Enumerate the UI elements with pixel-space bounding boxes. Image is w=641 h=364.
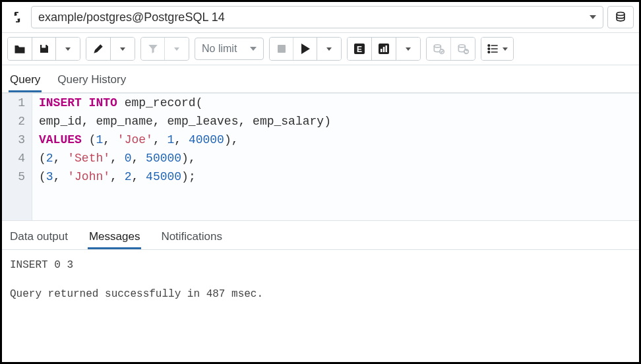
code-line[interactable]: 4(2, 'Seth', 0, 50000), bbox=[2, 149, 639, 167]
chevron-down-icon bbox=[250, 47, 257, 51]
edit-button[interactable] bbox=[86, 38, 111, 60]
macros-button[interactable] bbox=[481, 38, 513, 60]
rollback-button[interactable] bbox=[451, 38, 475, 60]
filter-button[interactable] bbox=[141, 38, 165, 60]
open-file-button[interactable] bbox=[8, 38, 32, 60]
code-line[interactable]: 5(3, 'John', 2, 45000); bbox=[2, 167, 639, 186]
svg-point-15 bbox=[488, 48, 490, 50]
tab-messages[interactable]: Messages bbox=[88, 228, 141, 249]
svg-point-0 bbox=[617, 13, 625, 16]
explain-dropdown[interactable] bbox=[396, 38, 420, 60]
message-status: Query returned successfully in 487 msec. bbox=[10, 288, 631, 300]
messages-panel: INSERT 0 3 Query returned successfully i… bbox=[2, 250, 639, 309]
chevron-down-icon bbox=[590, 15, 596, 19]
filter-dropdown[interactable] bbox=[165, 38, 189, 60]
svg-rect-8 bbox=[386, 46, 388, 52]
new-connection-button[interactable] bbox=[607, 6, 634, 28]
code-content[interactable]: (2, 'Seth', 0, 50000), bbox=[32, 149, 196, 167]
line-number: 4 bbox=[2, 149, 32, 167]
svg-point-17 bbox=[488, 51, 490, 53]
explain-button[interactable]: E bbox=[348, 38, 372, 60]
message-result: INSERT 0 3 bbox=[10, 259, 631, 271]
tab-data-output[interactable]: Data output bbox=[9, 228, 69, 249]
svg-rect-7 bbox=[383, 47, 385, 52]
line-number: 1 bbox=[2, 94, 32, 112]
line-number: 5 bbox=[2, 167, 32, 186]
tab-query-history[interactable]: Query History bbox=[56, 71, 127, 92]
row-limit-selector[interactable]: No limit bbox=[195, 38, 264, 60]
execute-button[interactable] bbox=[293, 38, 317, 60]
line-number: 3 bbox=[2, 131, 32, 149]
code-content[interactable]: emp_id, emp_name, emp_leaves, emp_salary… bbox=[32, 112, 331, 131]
svg-rect-6 bbox=[381, 49, 382, 52]
execute-dropdown[interactable] bbox=[317, 38, 341, 60]
connection-status-icon bbox=[7, 7, 27, 27]
tab-notifications[interactable]: Notifications bbox=[160, 228, 224, 249]
code-line[interactable]: 3VALUES (1, 'Joe', 1, 40000), bbox=[2, 131, 639, 149]
svg-point-11 bbox=[459, 45, 466, 47]
sql-editor[interactable]: 1INSERT INTO emp_record(2emp_id, emp_nam… bbox=[2, 93, 639, 220]
svg-point-13 bbox=[488, 45, 490, 47]
row-limit-label: No limit bbox=[202, 43, 237, 55]
code-content[interactable]: VALUES (1, 'Joe', 1, 40000), bbox=[32, 131, 239, 149]
line-number: 2 bbox=[2, 112, 32, 131]
tab-query[interactable]: Query bbox=[9, 71, 42, 92]
explain-analyze-button[interactable] bbox=[372, 38, 396, 60]
code-line[interactable]: 2emp_id, emp_name, emp_leaves, emp_salar… bbox=[2, 112, 639, 131]
connection-label: example/postgres@PostgreSQL 14 bbox=[38, 11, 225, 24]
save-dropdown[interactable] bbox=[56, 38, 80, 60]
svg-point-9 bbox=[435, 45, 441, 47]
svg-rect-2 bbox=[278, 45, 286, 53]
code-content[interactable]: (3, 'John', 2, 45000); bbox=[32, 167, 196, 186]
code-content[interactable]: INSERT INTO emp_record( bbox=[32, 94, 202, 112]
code-line[interactable]: 1INSERT INTO emp_record( bbox=[2, 94, 639, 112]
svg-rect-1 bbox=[44, 46, 46, 47]
save-button[interactable] bbox=[32, 38, 56, 60]
stop-button[interactable] bbox=[270, 38, 293, 60]
svg-text:E: E bbox=[357, 45, 362, 54]
commit-button[interactable] bbox=[427, 38, 451, 60]
connection-selector[interactable]: example/postgres@PostgreSQL 14 bbox=[31, 6, 603, 28]
edit-dropdown[interactable] bbox=[111, 38, 135, 60]
